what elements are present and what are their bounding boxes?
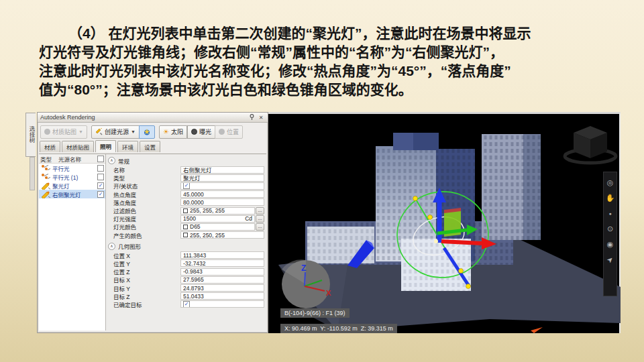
- spotlight-toggle-button[interactable]: [139, 125, 155, 139]
- light-list: 类型 光源名称 平行光 平行光 (1) 聚光灯 ✓: [39, 154, 106, 330]
- falloff-angle-field[interactable]: 80.0000: [180, 198, 264, 206]
- property-row: 位置 Y -32.7432: [108, 259, 264, 267]
- property-row: 已确定目标 ✓: [108, 300, 264, 308]
- name-field[interactable]: 右侧聚光灯: [180, 166, 264, 174]
- light-enabled-checkbox[interactable]: ✓: [97, 182, 104, 189]
- property-row: 灯光强度 1500Cd ...: [108, 215, 264, 223]
- slide: （4） 在灯光列表中单击第二次创建的“聚光灯”，注意此时在场景中将显示 灯光符号…: [0, 0, 644, 362]
- property-row: 目标 Y 24.8793: [108, 284, 264, 292]
- light-list-header: 类型 光源名称: [39, 154, 105, 164]
- browse-button[interactable]: ...: [256, 223, 264, 231]
- gizmo-handle[interactable]: [413, 196, 418, 201]
- tab-material[interactable]: 材质: [40, 141, 60, 152]
- palette-toolbar: 材质贴图 ▼ 创建光源 ▼ ☀ 太阳: [38, 123, 268, 141]
- collapse-icon[interactable]: ∧: [108, 243, 115, 250]
- viewport-3d[interactable]: Z X ◎ ✋ ● ⊙ ◉ ➤ B(: [268, 112, 621, 333]
- scene-canvas[interactable]: Z X: [268, 114, 621, 333]
- material-sphere-icon: [44, 129, 50, 135]
- property-row: 位置 Z -0.9843: [108, 267, 264, 276]
- location-icon: [219, 129, 225, 135]
- pin-icon[interactable]: [248, 114, 256, 121]
- gizmo-handle[interactable]: [459, 269, 464, 274]
- cursor-icon[interactable]: ➤: [605, 255, 614, 264]
- viewcube[interactable]: [565, 126, 616, 163]
- collapse-icon[interactable]: ∧: [108, 157, 115, 164]
- title-line: 注意此时灯光列表中该灯光名称变化；修改“热点角度”为“45°”，“落点角度”: [39, 62, 621, 80]
- section-geometry[interactable]: ∧ 几何图形: [108, 242, 264, 251]
- property-row: 产生的颜色 255, 250, 255: [108, 231, 264, 239]
- close-icon[interactable]: ✕: [257, 114, 265, 121]
- filter-color-field[interactable]: 255, 255, 255: [180, 207, 255, 215]
- light-row-selected[interactable]: 右侧聚光灯 ✓: [39, 190, 105, 198]
- axis-z-label: Z: [301, 263, 306, 273]
- navigation-bar: ◎ ✋ ● ⊙ ◉ ➤: [603, 172, 617, 296]
- orbit-icon[interactable]: ⊙: [607, 225, 613, 233]
- exposure-button[interactable]: 曝光: [187, 125, 215, 139]
- tab-settings[interactable]: 设置: [140, 141, 160, 152]
- location-button[interactable]: 位置: [215, 125, 243, 139]
- gizmo-handle[interactable]: [466, 284, 471, 289]
- position-z-field[interactable]: -0.9843: [180, 268, 264, 276]
- tab-lighting[interactable]: 照明: [95, 140, 116, 152]
- title-line: 值为“80°”；注意场景中该灯光白色和绿色锥角区域的变化。: [39, 80, 621, 99]
- tab-material-map[interactable]: 材质贴图: [62, 141, 94, 152]
- sun-icon: ☀: [163, 129, 169, 135]
- gizmo-handle[interactable]: [428, 215, 433, 220]
- intensity-field[interactable]: 1500Cd: [180, 215, 255, 223]
- property-row: 过滤颜色 255, 255, 255 ...: [108, 206, 264, 215]
- target-z-field[interactable]: 51.0433: [180, 292, 264, 300]
- position-y-field[interactable]: -32.7432: [180, 259, 264, 267]
- sun-button[interactable]: ☀ 太阳: [159, 125, 187, 139]
- hotspot-angle-field[interactable]: 45.0000: [180, 190, 264, 198]
- zoom-icon[interactable]: ●: [608, 210, 611, 217]
- browse-button[interactable]: ...: [256, 207, 264, 215]
- palette-titlebar[interactable]: Autodesk Rendering ✕: [38, 113, 268, 123]
- title-line: （4） 在灯光列表中单击第二次创建的“聚光灯”，注意此时在场景中将显示: [39, 24, 621, 43]
- section-general[interactable]: ∧ 常规: [108, 156, 264, 165]
- targeted-field: ✓: [180, 300, 264, 308]
- light-enabled-checkbox[interactable]: ✓: [97, 191, 104, 198]
- slide-title: （4） 在灯光列表中单击第二次创建的“聚光灯”，注意此时在场景中将显示 灯光符号…: [39, 24, 621, 99]
- tab-environment[interactable]: 环境: [117, 141, 138, 152]
- chevron-down-icon: ▼: [78, 129, 83, 134]
- target-y-field[interactable]: 24.8793: [180, 284, 264, 292]
- autodesk-rendering-palette: Autodesk Rendering ✕ 材质贴图 ▼ 创建光源 ▼: [37, 112, 268, 333]
- create-light-button[interactable]: 创建光源 ▼: [91, 125, 140, 139]
- type-field[interactable]: 聚光灯: [180, 174, 264, 182]
- property-row: 开/关状态 ✓: [108, 182, 264, 190]
- axis-x-label: X: [326, 289, 331, 297]
- spot-light-icon: [40, 182, 51, 190]
- light-row[interactable]: 平行光: [39, 164, 105, 172]
- color-swatch: [183, 233, 188, 237]
- selection-tree-tab[interactable]: 选择树: [25, 113, 36, 157]
- property-row: 位置 X 111.3843: [108, 251, 264, 259]
- light-row[interactable]: 聚光灯 ✓: [39, 181, 105, 190]
- pan-hand-icon[interactable]: ✋: [606, 194, 615, 202]
- title-line: 灯光符号及灯光锥角线；修改右侧“常规”属性中的“名称”为“右侧聚光灯”，: [39, 43, 621, 62]
- light-enabled-checkbox[interactable]: [97, 165, 104, 172]
- sphere-z-axis: [305, 272, 305, 286]
- light-row[interactable]: 平行光 (1): [39, 172, 105, 181]
- chevron-down-icon: ▼: [131, 129, 136, 134]
- look-icon[interactable]: ◉: [607, 241, 614, 248]
- material-map-button[interactable]: 材质贴图 ▼: [40, 125, 87, 139]
- steering-wheel-icon[interactable]: ◎: [607, 179, 614, 186]
- browse-button[interactable]: ...: [256, 215, 264, 223]
- palette-title: Autodesk Rendering: [40, 114, 246, 121]
- property-row: 灯光颜色 D65 ...: [108, 223, 264, 231]
- property-row: 目标 Z 51.0433: [108, 292, 264, 300]
- onoff-field: ✓: [180, 182, 264, 190]
- cursor-coordinates-label: X: 90.469 m Y: -110.592 m Z: 39.315 m: [280, 324, 397, 333]
- light-enabled-checkbox[interactable]: [97, 174, 104, 180]
- gizmo-handle[interactable]: [434, 239, 438, 243]
- onoff-checkbox[interactable]: ✓: [183, 182, 190, 189]
- property-row: 目标 X 27.5965: [108, 276, 264, 284]
- light-color-field[interactable]: D65: [180, 223, 255, 231]
- header-checkbox[interactable]: [97, 156, 104, 162]
- targeted-checkbox[interactable]: ✓: [183, 301, 190, 308]
- position-x-field[interactable]: 111.3843: [180, 251, 264, 259]
- color-swatch: [183, 208, 188, 213]
- lamp-icon: [95, 128, 103, 135]
- target-x-field[interactable]: 27.5965: [180, 276, 264, 284]
- spotlight-icon: [143, 128, 151, 136]
